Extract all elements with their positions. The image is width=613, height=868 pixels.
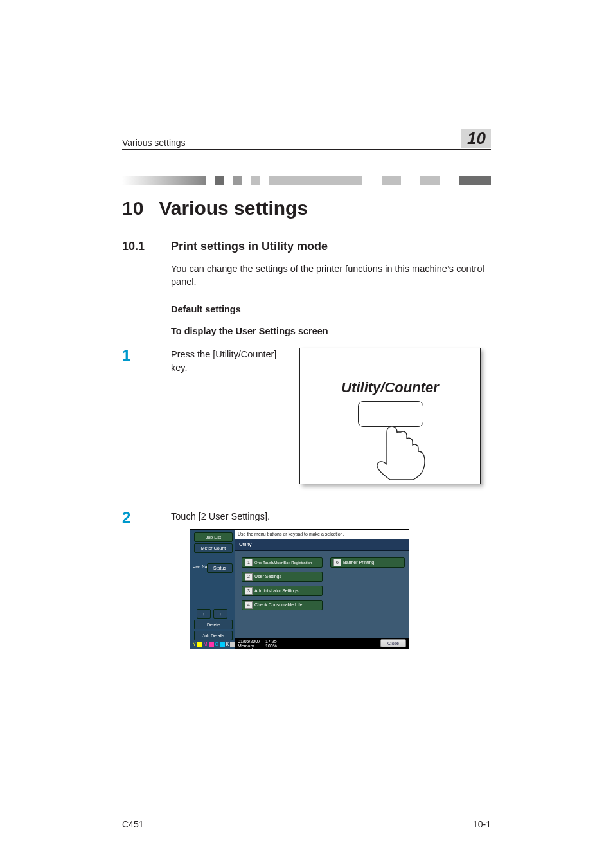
close-label: Close bbox=[387, 641, 399, 646]
step-1: 1 Press the [Utility/Counter] key. Utili… bbox=[122, 348, 491, 484]
toner-m-label: M bbox=[204, 642, 208, 647]
touchscreen-figure: Job List Meter Count User Name Status ↑ … bbox=[190, 529, 409, 649]
touchscreen-left-panel: Job List Meter Count User Name Status ↑ … bbox=[190, 530, 235, 649]
job-details-label: Job Details bbox=[202, 633, 225, 638]
menu-banner-printing-button[interactable]: 6 Banner Printing bbox=[330, 557, 405, 568]
intro-paragraph: You can change the settings of the print… bbox=[171, 262, 491, 289]
menu-1-label: One-Touch/User Box Registration bbox=[254, 561, 312, 565]
delete-button[interactable]: Delete bbox=[194, 620, 233, 629]
menu-3-number: 3 bbox=[245, 587, 253, 595]
h2-number: 10.1 bbox=[122, 240, 158, 253]
page-header: Various settings 10 bbox=[122, 129, 491, 150]
touchscreen-footer: 01/05/2007 Memory 17:25 100% Close bbox=[235, 638, 409, 649]
finger-icon bbox=[376, 424, 427, 482]
subheading-display-user-settings: To display the User Settings screen bbox=[171, 326, 491, 336]
menu-check-consumable-button[interactable]: 4 Check Consumable Life bbox=[242, 600, 323, 610]
header-left-text: Various settings bbox=[122, 138, 186, 148]
menu-4-number: 4 bbox=[245, 601, 253, 609]
footer-memory-label: Memory bbox=[238, 644, 254, 648]
footer-page-number: 10-1 bbox=[473, 819, 491, 829]
menu-4-label: Check Consumable Life bbox=[254, 602, 302, 607]
page-footer: C451 10-1 bbox=[122, 815, 491, 829]
arrow-up-button[interactable]: ↑ bbox=[197, 609, 211, 619]
utility-counter-label: Utility/Counter bbox=[300, 379, 480, 396]
menu-1-number: 1 bbox=[245, 559, 253, 566]
step-2-number: 2 bbox=[122, 510, 158, 525]
touchscreen-instruction: Use the menu buttons or keypad to make a… bbox=[235, 530, 409, 539]
touchscreen-breadcrumb: Utility bbox=[235, 539, 409, 551]
toner-c-label: C bbox=[215, 642, 218, 647]
toner-y-label: Y bbox=[193, 642, 196, 647]
step-2-text: Touch [2 User Settings]. bbox=[171, 510, 491, 523]
job-list-button[interactable]: Job List bbox=[194, 532, 233, 542]
menu-one-touch-button[interactable]: 1 One-Touch/User Box Registration bbox=[242, 557, 323, 568]
step-1-number: 1 bbox=[122, 348, 158, 363]
job-list-label: Job List bbox=[206, 535, 221, 539]
utility-counter-figure: Utility/Counter bbox=[299, 348, 481, 484]
arrow-up-icon: ↑ bbox=[202, 611, 205, 616]
arrow-down-icon: ↓ bbox=[219, 611, 222, 616]
h1-number: 10 bbox=[122, 197, 143, 219]
menu-3-label: Administrator Settings bbox=[254, 588, 298, 593]
menu-6-label: Banner Printing bbox=[343, 560, 374, 565]
step-1-text: Press the [Utility/Counter] key. bbox=[171, 348, 287, 375]
footer-model: C451 bbox=[122, 819, 143, 829]
meter-count-button[interactable]: Meter Count bbox=[194, 543, 233, 553]
touchscreen-body: 1 One-Touch/User Box Registration 6 Bann… bbox=[235, 551, 409, 638]
status-label: Status bbox=[213, 566, 226, 570]
footer-time: 17:25 bbox=[265, 639, 277, 644]
ymck-indicator: Y M C K bbox=[193, 642, 235, 647]
step-2: 2 Touch [2 User Settings]. bbox=[122, 510, 491, 525]
toner-k-label: K bbox=[226, 642, 229, 647]
close-button[interactable]: Close bbox=[380, 639, 406, 647]
heading-2: 10.1 Print settings in Utility mode bbox=[122, 240, 491, 253]
h1-title: Various settings bbox=[159, 197, 308, 219]
header-chapter-number: 10 bbox=[461, 129, 491, 148]
subheading-default-settings: Default settings bbox=[171, 304, 491, 314]
section-divider bbox=[122, 176, 491, 185]
delete-label: Delete bbox=[207, 622, 220, 627]
meter-count-label: Meter Count bbox=[201, 546, 226, 550]
heading-1: 10 Various settings bbox=[122, 197, 491, 219]
menu-2-label: User Settings bbox=[254, 574, 281, 579]
menu-admin-settings-button[interactable]: 3 Administrator Settings bbox=[242, 586, 323, 596]
arrow-down-button[interactable]: ↓ bbox=[213, 609, 227, 619]
menu-user-settings-button[interactable]: 2 User Settings bbox=[242, 572, 323, 582]
status-button[interactable]: Status bbox=[207, 563, 233, 573]
utility-counter-key-outline bbox=[358, 401, 423, 427]
menu-2-number: 2 bbox=[245, 573, 253, 581]
h2-title: Print settings in Utility mode bbox=[171, 240, 328, 253]
footer-memory-value: 100% bbox=[265, 644, 277, 648]
footer-date: 01/05/2007 bbox=[238, 639, 260, 644]
job-details-button[interactable]: Job Details bbox=[194, 631, 233, 640]
menu-6-number: 6 bbox=[333, 559, 341, 566]
